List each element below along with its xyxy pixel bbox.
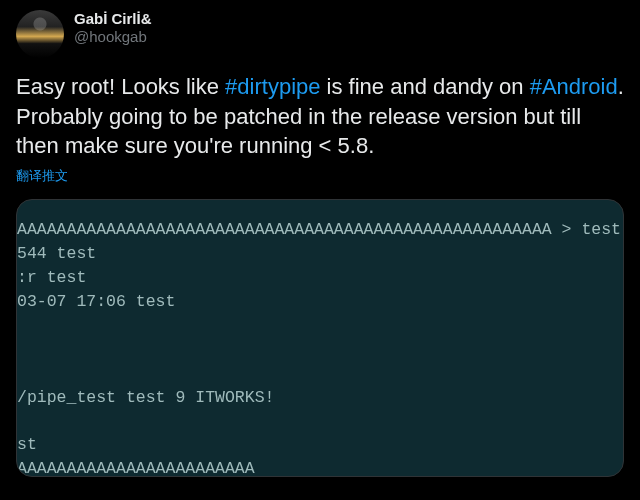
hashtag-dirtypipe[interactable]: #dirtypipe — [225, 74, 320, 99]
term-line: 03-07 17:06 test — [17, 290, 613, 314]
text-part2: is fine and dandy on — [321, 74, 530, 99]
tweet-container: Gabİ Cirlİ& @hookgab Easy root! Looks li… — [0, 0, 640, 487]
tweet-header: Gabİ Cirlİ& @hookgab — [16, 10, 624, 58]
term-line — [17, 338, 613, 362]
terminal-screenshot: AAAAAAAAAAAAAAAAAAAAAAAAAAAAAAAAAAAAAAAA… — [16, 199, 624, 477]
term-line — [17, 409, 613, 433]
translate-link[interactable]: 翻译推文 — [16, 167, 624, 185]
term-line: st — [17, 433, 613, 457]
user-names: Gabİ Cirlİ& @hookgab — [74, 10, 152, 46]
term-line: /pipe_test test 9 ITWORKS! — [17, 386, 613, 410]
user-handle[interactable]: @hookgab — [74, 28, 152, 46]
avatar[interactable] — [16, 10, 64, 58]
term-line: AAAAAAAAAAAAAAAAAAAAAAAA — [17, 457, 613, 477]
text-part1: Easy root! Looks like — [16, 74, 225, 99]
display-name[interactable]: Gabİ Cirlİ& — [74, 10, 152, 28]
term-line — [17, 362, 613, 386]
tweet-text: Easy root! Looks like #dirtypipe is fine… — [16, 72, 624, 161]
hashtag-android[interactable]: #Android — [530, 74, 618, 99]
term-line: :r test — [17, 266, 613, 290]
term-line: 544 test — [17, 242, 613, 266]
term-line: AAAAAAAAAAAAAAAAAAAAAAAAAAAAAAAAAAAAAAAA… — [17, 218, 613, 242]
term-line — [17, 314, 613, 338]
